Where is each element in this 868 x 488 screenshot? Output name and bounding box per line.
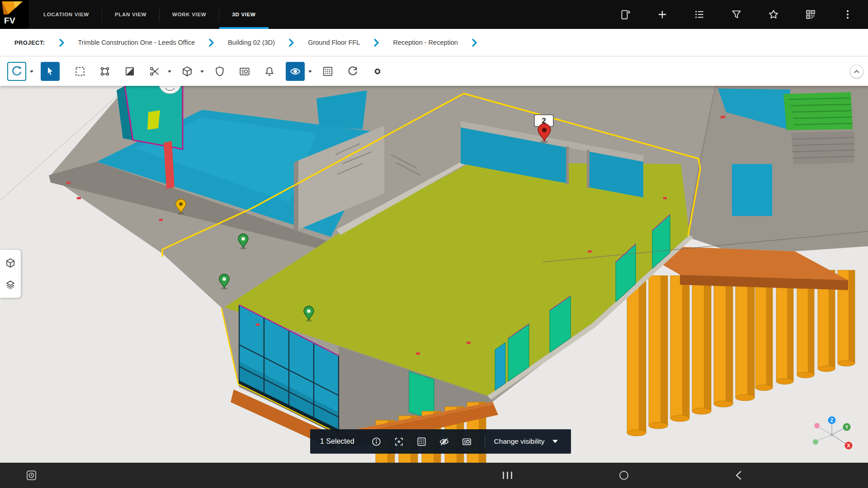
hide-selection-eye-off-icon[interactable] — [439, 436, 450, 447]
visibility-tool-caret[interactable] — [307, 63, 314, 80]
capture-view-icon[interactable] — [461, 436, 473, 447]
tab-3d-view[interactable]: 3D VIEW — [219, 0, 268, 29]
top-bar: FV LOCATION VIEW PLAN VIEW WORK VIEW 3D … — [0, 0, 868, 29]
screen-capture-icon[interactable] — [25, 469, 38, 482]
breadcrumb-item-room[interactable]: Reception - Reception — [393, 39, 458, 46]
notifications-bell-icon[interactable] — [261, 63, 278, 80]
gizmo-green-handle[interactable] — [813, 439, 818, 445]
overflow-menu-icon[interactable] — [841, 8, 854, 21]
tab-work-view[interactable]: WORK VIEW — [160, 0, 219, 29]
breadcrumb: PROJECT: Trimble Construction One - Leed… — [0, 29, 868, 56]
3d-viewport[interactable]: 2 1 Selected — [0, 86, 868, 463]
foundation-piles-right — [627, 270, 855, 436]
model-box-caret[interactable] — [198, 63, 206, 80]
back-button[interactable] — [735, 470, 742, 480]
breadcrumb-item-building[interactable]: Building 02 (3D) — [228, 39, 275, 46]
cut-tool-icon[interactable] — [146, 63, 163, 80]
marquee-select-icon[interactable] — [71, 63, 89, 80]
refresh-icon[interactable] — [344, 63, 361, 80]
orbit-tool-button[interactable] — [7, 62, 26, 81]
qr-scan-icon[interactable] — [804, 8, 817, 21]
model-views-cube-icon[interactable] — [0, 252, 21, 274]
tab-label: 3D VIEW — [232, 12, 255, 17]
selection-toolbar: 1 Selected — [310, 429, 571, 454]
gizmo-axis-x[interactable]: X — [845, 442, 853, 450]
chevron-right-icon — [288, 38, 294, 47]
cut-tool-caret[interactable] — [166, 63, 173, 80]
tab-label: WORK VIEW — [172, 12, 206, 17]
gizmo-axis-z[interactable]: Z — [828, 417, 836, 424]
chevron-down-icon — [552, 439, 558, 444]
remote-cast-icon[interactable] — [618, 8, 632, 21]
app-logo[interactable]: FV — [0, 0, 29, 29]
toolbar-divider — [485, 435, 485, 448]
settings-gear-icon[interactable] — [369, 63, 386, 80]
tab-label: PLAN VIEW — [115, 12, 146, 17]
breadcrumb-item-floor[interactable]: Ground Floor FFL — [308, 39, 360, 46]
select-tool-button[interactable] — [41, 62, 60, 81]
tab-location-view[interactable]: LOCATION VIEW — [31, 0, 102, 29]
orientation-gizmo[interactable]: Z Y X — [812, 414, 857, 452]
orbit-tool-caret[interactable] — [28, 63, 35, 80]
chevron-right-icon — [472, 38, 477, 47]
tab-plan-view[interactable]: PLAN VIEW — [102, 0, 159, 29]
model-box-icon[interactable] — [179, 63, 196, 80]
svg-text:Z: Z — [830, 418, 834, 423]
main-tabs: LOCATION VIEW PLAN VIEW WORK VIEW 3D VIE… — [31, 0, 269, 29]
view-capture-icon[interactable] — [236, 63, 253, 80]
top-bar-actions — [618, 0, 868, 29]
android-nav-bar — [0, 463, 868, 488]
chevron-right-icon — [373, 38, 379, 47]
collapse-toolbar-button[interactable] — [850, 65, 863, 78]
svg-text:Y: Y — [845, 424, 848, 430]
app-logo-text: FV — [4, 16, 15, 26]
3d-toolbar — [0, 56, 868, 86]
breadcrumb-label: PROJECT: — [14, 39, 45, 46]
visibility-tool-button[interactable] — [286, 62, 305, 81]
selection-count: 1 Selected — [320, 437, 354, 446]
chevron-right-icon — [59, 38, 65, 47]
change-visibility-label: Change visibility — [494, 437, 545, 446]
app-root: FV LOCATION VIEW PLAN VIEW WORK VIEW 3D … — [0, 0, 868, 488]
change-visibility-button[interactable]: Change visibility — [491, 437, 561, 446]
chevron-right-icon — [208, 38, 214, 47]
filter-icon[interactable] — [730, 8, 743, 21]
list-icon[interactable] — [693, 8, 706, 21]
view-options-panel — [0, 250, 21, 298]
recent-apps-button[interactable] — [503, 471, 512, 479]
measure-grid-icon[interactable] — [319, 63, 336, 80]
add-icon[interactable] — [656, 8, 669, 21]
breadcrumb-item-project[interactable]: Trimble Construction One - Leeds Office — [78, 39, 195, 46]
transform-select-icon[interactable] — [96, 63, 113, 80]
gizmo-pink-handle[interactable] — [814, 423, 820, 428]
measure-grid-icon[interactable] — [416, 436, 428, 447]
building-right-wing — [686, 86, 868, 251]
gizmo-hub — [830, 433, 834, 436]
zoom-to-selection-icon[interactable] — [393, 436, 405, 447]
shield-icon[interactable] — [211, 63, 228, 80]
svg-text:X: X — [847, 443, 850, 448]
tab-label: LOCATION VIEW — [43, 12, 89, 17]
layers-icon[interactable] — [0, 274, 21, 296]
star-icon[interactable] — [767, 8, 780, 21]
home-button[interactable] — [618, 470, 629, 481]
info-icon[interactable] — [371, 436, 382, 447]
gizmo-axis-y[interactable]: Y — [843, 423, 851, 431]
slope-tool-icon[interactable] — [121, 63, 138, 80]
3d-model-canvas[interactable]: 2 — [0, 86, 868, 463]
